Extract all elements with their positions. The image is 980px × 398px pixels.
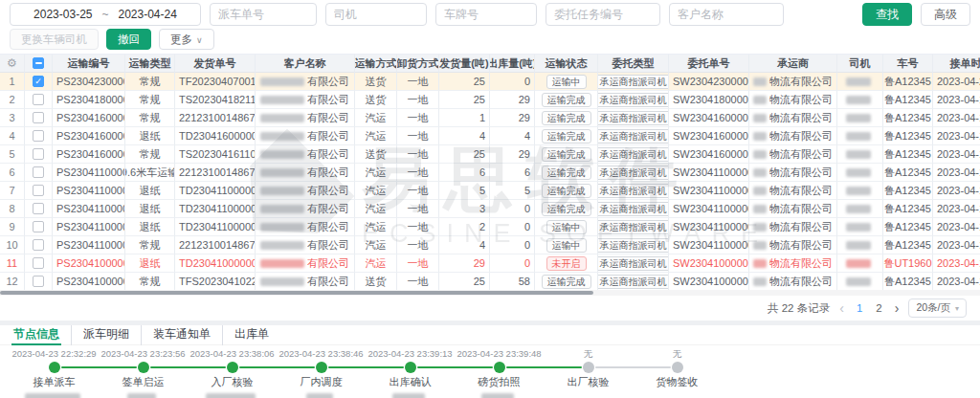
row-checkbox[interactable]	[33, 148, 44, 160]
cell-driver	[837, 73, 883, 91]
column-header-13[interactable]: 车号	[883, 55, 933, 73]
row-checkbox[interactable]: ✓	[33, 76, 44, 87]
scrollbar-thumb[interactable]	[0, 291, 593, 295]
cell-carrier: 物流有限公司	[749, 109, 837, 127]
column-header-1[interactable]: 运输类型	[125, 55, 175, 73]
withdraw-button[interactable]: 撤回	[106, 29, 151, 50]
cell-status: 运输中	[535, 236, 598, 254]
page-number-2[interactable]: 2	[873, 302, 884, 314]
timeline-node-icon	[672, 362, 683, 373]
tab-2[interactable]: 装车通知单	[142, 325, 223, 345]
table-row[interactable]: 7PS230411000004退纸TD230411000009有限公司汽运一地5…	[0, 182, 980, 200]
row-checkbox[interactable]	[33, 203, 44, 214]
column-header-8[interactable]: 运输状态	[535, 55, 598, 73]
page-number-1[interactable]: 1	[854, 302, 865, 314]
more-button[interactable]: 更多∨	[159, 29, 214, 50]
filter-input-4[interactable]	[669, 3, 784, 26]
timeline-time: 2023-04-23 23:38:06	[188, 347, 277, 360]
row-checkbox[interactable]	[33, 130, 44, 142]
cell-unload-mode: 一地	[397, 73, 439, 91]
timeline-node-icon	[316, 362, 327, 373]
column-header-4[interactable]: 运输方式	[355, 55, 397, 73]
filter-input-2[interactable]	[435, 3, 537, 26]
customer-name-redacted	[260, 132, 304, 141]
commission-type-badge: 承运商指派司机	[598, 184, 669, 198]
tab-3[interactable]: 出库单	[223, 325, 280, 345]
row-index: 9	[0, 218, 25, 236]
table-row[interactable]: 12PS230410000004常规TFS202304102203有限公司送货一…	[0, 273, 980, 290]
select-all-checkbox[interactable]	[33, 57, 44, 69]
table-row[interactable]: 6PS2304110000059.6米车运输22123100148676有限公司…	[0, 164, 980, 182]
timeline-operator	[99, 388, 188, 398]
column-header-2[interactable]: 发货单号	[175, 55, 256, 73]
tab-1[interactable]: 派车明细	[72, 325, 142, 345]
advanced-button[interactable]: 高级	[921, 3, 970, 26]
tab-0[interactable]: 节点信息	[11, 325, 72, 345]
filter-input-1[interactable]	[325, 3, 427, 26]
cell-unload-mode: 一地	[397, 109, 439, 127]
status-badge: 运输完成	[542, 184, 591, 198]
commission-type-badge: 承运商指派司机	[598, 220, 669, 234]
column-settings-cell[interactable]: ⚙	[0, 55, 25, 73]
next-page-button[interactable]: ›	[895, 300, 900, 316]
search-button[interactable]: 查找	[862, 3, 912, 26]
row-checkbox[interactable]	[33, 112, 44, 123]
prev-page-button[interactable]: ‹	[839, 300, 844, 316]
row-checkbox[interactable]	[33, 239, 44, 251]
column-header-0[interactable]: 运输编号	[53, 55, 125, 73]
table-row[interactable]: 10PS230411000001常规22123100148677有限公司汽运一地…	[0, 236, 980, 254]
timeline-operator	[544, 388, 633, 398]
column-header-9[interactable]: 委托类型	[598, 55, 669, 73]
horizontal-scrollbar	[0, 290, 980, 296]
timeline-connector	[417, 366, 493, 368]
carrier-name-redacted	[753, 241, 767, 250]
row-checkbox[interactable]	[33, 276, 44, 287]
carrier-suffix: 物流有限公司	[769, 73, 833, 90]
cell-qty-ship: 25	[439, 91, 490, 109]
cell-ship-no: TS202304161109	[175, 145, 256, 164]
timeline-operator	[188, 388, 277, 398]
table-row[interactable]: 8PS230411000003退纸TD230411000008有限公司汽运一地3…	[0, 200, 980, 218]
cell-commission-type: 承运商指派司机	[598, 91, 669, 109]
filter-input-3[interactable]	[546, 3, 660, 26]
cell-transport-no: PS230410000004	[53, 273, 125, 290]
gear-icon: ⚙	[7, 55, 17, 72]
column-header-7[interactable]: 出库量(吨)	[490, 55, 535, 73]
column-header-12[interactable]: 司机	[837, 55, 883, 73]
cell-commission-type: 承运商指派司机	[598, 182, 669, 200]
column-header-5[interactable]: 卸货方式	[397, 55, 439, 73]
table-row[interactable]: 9PS230411000002退纸TD230411000007有限公司汽运一地2…	[0, 218, 980, 236]
table-row[interactable]: 5PS230416000004常规TS202304161109有限公司送货一地2…	[0, 145, 980, 164]
customer-name-redacted	[260, 241, 304, 250]
filter-input-0[interactable]	[210, 3, 317, 26]
row-checkbox[interactable]	[33, 166, 44, 178]
cell-commission-no: SW230411000006	[669, 164, 749, 182]
carrier-name-redacted	[753, 150, 767, 159]
table-row[interactable]: 1✓PS230423000002常规TF20230407001有限公司送货一地2…	[0, 73, 980, 91]
page-size-select[interactable]: 20条/页 ▾	[908, 298, 967, 318]
table-row[interactable]: 11PS230410000006退纸TD230410000009有限公司汽运一地…	[0, 254, 980, 273]
change-vehicle-driver-button[interactable]: 更换车辆司机	[10, 29, 99, 50]
timeline-connector	[61, 366, 137, 368]
cell-qty-out: 0	[490, 200, 535, 218]
cell-commission-type: 承运商指派司机	[598, 109, 669, 127]
table-row[interactable]: 2PS230418000001常规TS202304182114有限公司送货一地2…	[0, 91, 980, 109]
date-range-picker[interactable]: 2023-03-25 ~ 2023-04-24	[10, 3, 201, 26]
row-checkbox[interactable]	[33, 257, 44, 269]
cell-plate: 鲁A12345	[883, 236, 933, 254]
pagination-bar: 共 22 条记录 ‹ 12 › 20条/页 ▾	[0, 296, 980, 321]
timeline-label: 出库确认	[366, 375, 455, 388]
row-checkbox[interactable]	[33, 185, 44, 196]
table-row[interactable]: 3PS230416000007常规22123100148673有限公司汽运一地1…	[0, 109, 980, 127]
timeline-node-icon	[583, 362, 594, 373]
cell-qty-out: 29	[490, 145, 535, 164]
operator-name-redacted	[481, 393, 514, 398]
table-row[interactable]: 4PS230416000006退纸TD230416000002有限公司汽运一地4…	[0, 127, 980, 145]
row-checkbox[interactable]	[33, 94, 44, 105]
column-header-6[interactable]: 发货量(吨)	[439, 55, 490, 73]
row-checkbox[interactable]	[33, 221, 44, 232]
column-header-10[interactable]: 委托单号	[669, 55, 749, 73]
column-header-3[interactable]: 客户名称	[256, 55, 355, 73]
column-header-11[interactable]: 承运商	[749, 55, 837, 73]
column-header-14[interactable]: 接单时间	[933, 55, 980, 73]
